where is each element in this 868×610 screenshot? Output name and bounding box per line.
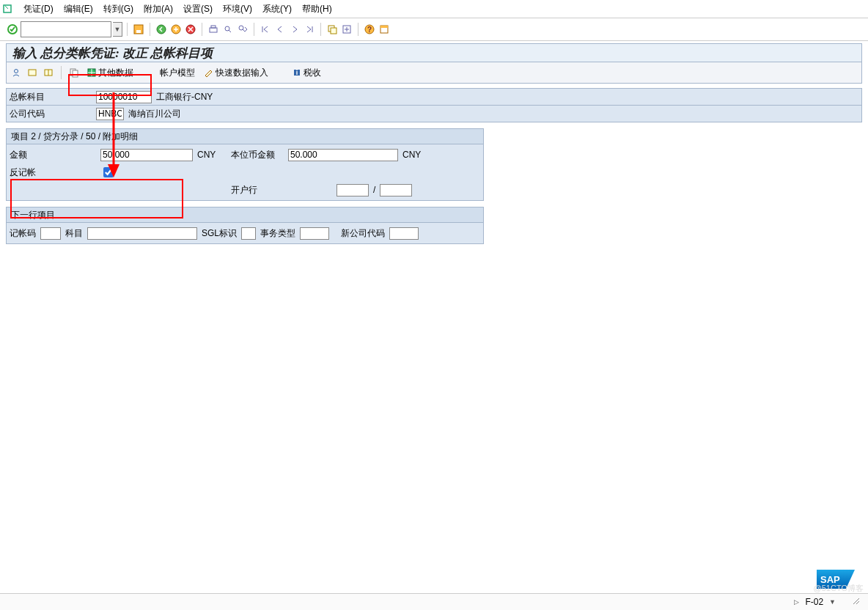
- gl-account-desc: 工商银行-CNY: [156, 91, 213, 103]
- amount-label: 金额: [10, 149, 96, 161]
- overview-icon[interactable]: [10, 66, 23, 79]
- new-company-label: 新公司代码: [341, 227, 385, 240]
- amount-input[interactable]: [100, 149, 193, 161]
- svg-point-18: [15, 70, 18, 73]
- gl-account-label: 总帐科目: [10, 91, 96, 103]
- cancel-icon[interactable]: [184, 23, 197, 36]
- layout-icon[interactable]: [378, 23, 391, 36]
- statusbar: ▷ F-02 ▼: [0, 593, 868, 610]
- currency-label: CNY: [197, 150, 227, 160]
- menu-help[interactable]: 帮助(H): [302, 3, 332, 15]
- separator: [202, 23, 202, 36]
- command-dropdown[interactable]: ▼: [113, 22, 122, 37]
- company-code-label: 公司代码: [10, 108, 96, 120]
- account-input[interactable]: [87, 227, 197, 240]
- reverse-posting-checkbox[interactable]: [103, 167, 114, 177]
- prev-page-icon[interactable]: [273, 23, 287, 36]
- menu-system[interactable]: 系统(Y): [262, 3, 292, 15]
- new-company-input[interactable]: [389, 227, 419, 240]
- enter-icon[interactable]: [6, 23, 19, 36]
- page-title-bar: 输入 总分类帐凭证: 改正 总帐科目项: [6, 43, 862, 62]
- account-label: 科目: [65, 227, 83, 240]
- company-code-row: 公司代码 海纳百川公司: [6, 106, 862, 122]
- gl-account-input[interactable]: [96, 91, 152, 103]
- fast-data-entry-button[interactable]: 快速数据输入: [201, 66, 271, 80]
- menu-edit[interactable]: 编辑(E): [64, 3, 93, 15]
- svg-rect-8: [211, 26, 216, 28]
- copy-icon[interactable]: [67, 66, 81, 79]
- fast-entry-icon[interactable]: [42, 66, 55, 79]
- statusbar-resize-icon[interactable]: [852, 597, 861, 608]
- tcode-label: F-02: [805, 597, 823, 607]
- separator: [320, 23, 321, 36]
- watermark: @51CTO博客: [814, 583, 864, 594]
- svg-rect-22: [73, 70, 78, 77]
- page-title: 输入 总分类帐凭证: 改正 总帐科目项: [12, 45, 213, 62]
- shortcut-icon[interactable]: [340, 23, 353, 36]
- local-currency-label: CNY: [402, 150, 421, 160]
- separator: [127, 23, 128, 36]
- standard-toolbar: ▼ ?: [0, 18, 868, 41]
- trans-type-input[interactable]: [300, 227, 329, 240]
- next-line-header: 下一行项目: [7, 207, 483, 223]
- menu-attach[interactable]: 附加(A): [144, 3, 173, 15]
- tcode-dropdown-icon[interactable]: ▼: [829, 598, 836, 606]
- trans-type-label: 事务类型: [260, 227, 295, 240]
- print-icon[interactable]: [207, 23, 220, 36]
- separator: [61, 66, 62, 79]
- sgl-input[interactable]: [241, 227, 256, 240]
- bank-input-1[interactable]: [336, 184, 369, 196]
- other-data-label: 其他数据: [98, 67, 133, 79]
- svg-point-4: [157, 25, 166, 34]
- local-amount-label: 本位币金额: [231, 149, 284, 161]
- menu-settings[interactable]: 设置(S): [183, 3, 213, 15]
- menu-voucher[interactable]: 凭证(D): [23, 3, 54, 15]
- save-icon[interactable]: [132, 23, 145, 36]
- svg-text:i: i: [296, 69, 298, 76]
- local-amount-input[interactable]: [288, 149, 398, 161]
- separator: [358, 23, 358, 36]
- posting-key-label: 记帐码: [10, 227, 36, 240]
- back-icon[interactable]: [155, 23, 168, 36]
- info-icon: i: [292, 67, 302, 78]
- command-input[interactable]: [21, 21, 111, 37]
- svg-rect-12: [331, 28, 336, 34]
- menubar: 凭证(D) 编辑(E) 转到(G) 附加(A) 设置(S) 环境(V) 系统(Y…: [0, 0, 868, 18]
- help-icon[interactable]: ?: [363, 23, 376, 36]
- menu-icon: [3, 4, 13, 14]
- find-next-icon[interactable]: [236, 23, 249, 36]
- new-session-icon[interactable]: [326, 23, 339, 36]
- company-code-input[interactable]: [96, 108, 124, 120]
- exit-icon[interactable]: [169, 23, 183, 36]
- sgl-label: SGL标识: [202, 227, 237, 240]
- company-code-desc: 海纳百川公司: [128, 108, 181, 120]
- first-page-icon[interactable]: [259, 23, 272, 36]
- svg-rect-0: [4, 5, 11, 12]
- next-line-group: 下一行项目 记帐码 科目 SGL标识 事务类型 新公司代码: [6, 207, 484, 244]
- statusbar-expand-icon[interactable]: ▷: [794, 598, 799, 606]
- account-model-button[interactable]: 帐户模型: [157, 66, 198, 80]
- content-area: 总帐科目 工商银行-CNY 公司代码 海纳百川公司 项目 2 / 贷方分录 / …: [6, 88, 862, 244]
- posting-key-input[interactable]: [40, 227, 61, 240]
- next-page-icon[interactable]: [288, 23, 301, 36]
- app-toolbar: 其他数据 帐户模型 快速数据输入 i 税收: [6, 62, 862, 84]
- svg-text:?: ?: [367, 26, 372, 34]
- display-currency-icon[interactable]: [26, 66, 39, 79]
- reverse-posting-label: 反记帐: [10, 166, 96, 179]
- other-data-icon: [87, 67, 97, 78]
- gl-account-row: 总帐科目 工商银行-CNY: [6, 88, 862, 106]
- tax-button[interactable]: i 税收: [289, 66, 324, 80]
- bank-input-2[interactable]: [380, 184, 412, 196]
- bank-slash: /: [373, 185, 375, 195]
- item-detail-group: 项目 2 / 贷方分录 / 50 / 附加明细 金额 CNY 本位币金额 CNY…: [6, 128, 484, 201]
- find-icon[interactable]: [221, 23, 235, 36]
- last-page-icon[interactable]: [303, 23, 316, 36]
- menu-env[interactable]: 环境(V): [223, 3, 252, 15]
- item-detail-header: 项目 2 / 贷方分录 / 50 / 附加明细: [7, 129, 483, 144]
- other-data-button[interactable]: 其他数据: [84, 66, 136, 80]
- separator: [150, 23, 150, 36]
- menu-goto[interactable]: 转到(G): [103, 3, 133, 15]
- svg-rect-19: [29, 70, 36, 76]
- svg-rect-7: [210, 28, 217, 32]
- pencil-icon: [204, 67, 214, 78]
